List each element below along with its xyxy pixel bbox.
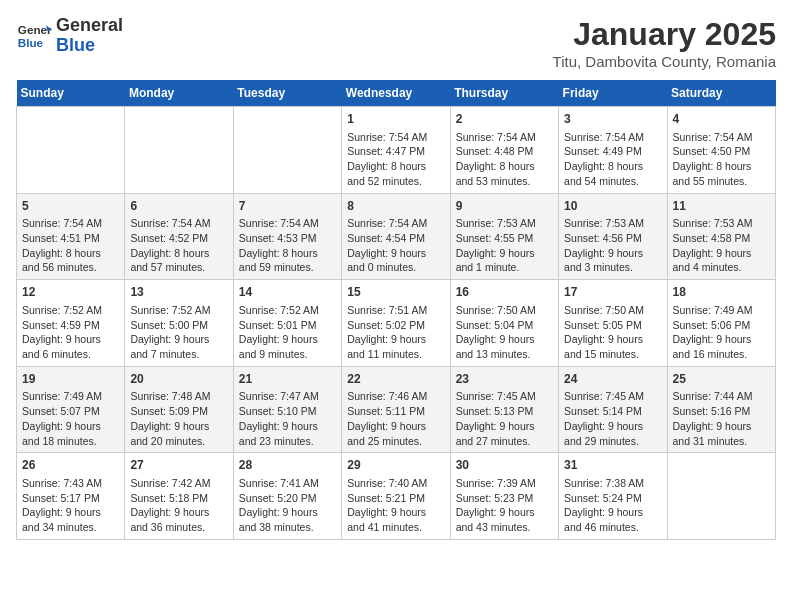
day-number: 2 (456, 111, 553, 128)
day-detail: Sunrise: 7:45 AM Sunset: 5:14 PM Dayligh… (564, 389, 661, 448)
day-number: 4 (673, 111, 770, 128)
calendar-week-row: 26Sunrise: 7:43 AM Sunset: 5:17 PM Dayli… (17, 453, 776, 540)
calendar-cell: 2Sunrise: 7:54 AM Sunset: 4:48 PM Daylig… (450, 107, 558, 194)
day-detail: Sunrise: 7:52 AM Sunset: 5:01 PM Dayligh… (239, 303, 336, 362)
day-number: 26 (22, 457, 119, 474)
day-detail: Sunrise: 7:53 AM Sunset: 4:55 PM Dayligh… (456, 216, 553, 275)
calendar-cell: 7Sunrise: 7:54 AM Sunset: 4:53 PM Daylig… (233, 193, 341, 280)
calendar-week-row: 12Sunrise: 7:52 AM Sunset: 4:59 PM Dayli… (17, 280, 776, 367)
day-detail: Sunrise: 7:46 AM Sunset: 5:11 PM Dayligh… (347, 389, 444, 448)
day-detail: Sunrise: 7:54 AM Sunset: 4:54 PM Dayligh… (347, 216, 444, 275)
day-number: 9 (456, 198, 553, 215)
calendar-subtitle: Titu, Dambovita County, Romania (553, 53, 776, 70)
day-number: 13 (130, 284, 227, 301)
day-detail: Sunrise: 7:47 AM Sunset: 5:10 PM Dayligh… (239, 389, 336, 448)
day-detail: Sunrise: 7:52 AM Sunset: 5:00 PM Dayligh… (130, 303, 227, 362)
col-saturday: Saturday (667, 80, 775, 107)
day-number: 3 (564, 111, 661, 128)
col-thursday: Thursday (450, 80, 558, 107)
day-detail: Sunrise: 7:49 AM Sunset: 5:07 PM Dayligh… (22, 389, 119, 448)
day-detail: Sunrise: 7:51 AM Sunset: 5:02 PM Dayligh… (347, 303, 444, 362)
day-number: 18 (673, 284, 770, 301)
calendar-cell: 3Sunrise: 7:54 AM Sunset: 4:49 PM Daylig… (559, 107, 667, 194)
calendar-cell (125, 107, 233, 194)
col-friday: Friday (559, 80, 667, 107)
calendar-cell: 4Sunrise: 7:54 AM Sunset: 4:50 PM Daylig… (667, 107, 775, 194)
day-number: 29 (347, 457, 444, 474)
calendar-table: Sunday Monday Tuesday Wednesday Thursday… (16, 80, 776, 540)
col-sunday: Sunday (17, 80, 125, 107)
calendar-cell: 29Sunrise: 7:40 AM Sunset: 5:21 PM Dayli… (342, 453, 450, 540)
calendar-cell: 28Sunrise: 7:41 AM Sunset: 5:20 PM Dayli… (233, 453, 341, 540)
calendar-cell: 27Sunrise: 7:42 AM Sunset: 5:18 PM Dayli… (125, 453, 233, 540)
day-detail: Sunrise: 7:50 AM Sunset: 5:05 PM Dayligh… (564, 303, 661, 362)
calendar-cell: 19Sunrise: 7:49 AM Sunset: 5:07 PM Dayli… (17, 366, 125, 453)
day-number: 31 (564, 457, 661, 474)
day-detail: Sunrise: 7:54 AM Sunset: 4:53 PM Dayligh… (239, 216, 336, 275)
day-detail: Sunrise: 7:54 AM Sunset: 4:48 PM Dayligh… (456, 130, 553, 189)
calendar-cell: 12Sunrise: 7:52 AM Sunset: 4:59 PM Dayli… (17, 280, 125, 367)
calendar-cell: 24Sunrise: 7:45 AM Sunset: 5:14 PM Dayli… (559, 366, 667, 453)
day-detail: Sunrise: 7:43 AM Sunset: 5:17 PM Dayligh… (22, 476, 119, 535)
calendar-cell: 11Sunrise: 7:53 AM Sunset: 4:58 PM Dayli… (667, 193, 775, 280)
day-number: 19 (22, 371, 119, 388)
calendar-week-row: 19Sunrise: 7:49 AM Sunset: 5:07 PM Dayli… (17, 366, 776, 453)
calendar-cell: 16Sunrise: 7:50 AM Sunset: 5:04 PM Dayli… (450, 280, 558, 367)
day-number: 21 (239, 371, 336, 388)
calendar-cell: 5Sunrise: 7:54 AM Sunset: 4:51 PM Daylig… (17, 193, 125, 280)
calendar-cell: 30Sunrise: 7:39 AM Sunset: 5:23 PM Dayli… (450, 453, 558, 540)
calendar-cell: 8Sunrise: 7:54 AM Sunset: 4:54 PM Daylig… (342, 193, 450, 280)
calendar-week-row: 1Sunrise: 7:54 AM Sunset: 4:47 PM Daylig… (17, 107, 776, 194)
calendar-body: 1Sunrise: 7:54 AM Sunset: 4:47 PM Daylig… (17, 107, 776, 540)
day-number: 30 (456, 457, 553, 474)
day-detail: Sunrise: 7:38 AM Sunset: 5:24 PM Dayligh… (564, 476, 661, 535)
day-number: 25 (673, 371, 770, 388)
calendar-cell: 31Sunrise: 7:38 AM Sunset: 5:24 PM Dayli… (559, 453, 667, 540)
day-detail: Sunrise: 7:52 AM Sunset: 4:59 PM Dayligh… (22, 303, 119, 362)
col-monday: Monday (125, 80, 233, 107)
day-detail: Sunrise: 7:49 AM Sunset: 5:06 PM Dayligh… (673, 303, 770, 362)
day-number: 16 (456, 284, 553, 301)
calendar-cell: 18Sunrise: 7:49 AM Sunset: 5:06 PM Dayli… (667, 280, 775, 367)
calendar-week-row: 5Sunrise: 7:54 AM Sunset: 4:51 PM Daylig… (17, 193, 776, 280)
day-number: 28 (239, 457, 336, 474)
logo-icon: General Blue (16, 18, 52, 54)
calendar-cell: 25Sunrise: 7:44 AM Sunset: 5:16 PM Dayli… (667, 366, 775, 453)
day-number: 6 (130, 198, 227, 215)
calendar-cell: 6Sunrise: 7:54 AM Sunset: 4:52 PM Daylig… (125, 193, 233, 280)
calendar-cell: 10Sunrise: 7:53 AM Sunset: 4:56 PM Dayli… (559, 193, 667, 280)
day-number: 15 (347, 284, 444, 301)
calendar-cell: 23Sunrise: 7:45 AM Sunset: 5:13 PM Dayli… (450, 366, 558, 453)
calendar-cell: 26Sunrise: 7:43 AM Sunset: 5:17 PM Dayli… (17, 453, 125, 540)
day-detail: Sunrise: 7:50 AM Sunset: 5:04 PM Dayligh… (456, 303, 553, 362)
day-detail: Sunrise: 7:54 AM Sunset: 4:51 PM Dayligh… (22, 216, 119, 275)
day-number: 24 (564, 371, 661, 388)
day-detail: Sunrise: 7:53 AM Sunset: 4:56 PM Dayligh… (564, 216, 661, 275)
calendar-cell (17, 107, 125, 194)
day-number: 14 (239, 284, 336, 301)
day-detail: Sunrise: 7:53 AM Sunset: 4:58 PM Dayligh… (673, 216, 770, 275)
day-detail: Sunrise: 7:54 AM Sunset: 4:49 PM Dayligh… (564, 130, 661, 189)
logo-general-text: General (56, 16, 123, 36)
calendar-cell: 20Sunrise: 7:48 AM Sunset: 5:09 PM Dayli… (125, 366, 233, 453)
day-detail: Sunrise: 7:41 AM Sunset: 5:20 PM Dayligh… (239, 476, 336, 535)
calendar-header: Sunday Monday Tuesday Wednesday Thursday… (17, 80, 776, 107)
day-number: 22 (347, 371, 444, 388)
day-detail: Sunrise: 7:45 AM Sunset: 5:13 PM Dayligh… (456, 389, 553, 448)
calendar-cell: 15Sunrise: 7:51 AM Sunset: 5:02 PM Dayli… (342, 280, 450, 367)
calendar-title: January 2025 (553, 16, 776, 53)
day-number: 1 (347, 111, 444, 128)
day-detail: Sunrise: 7:54 AM Sunset: 4:47 PM Dayligh… (347, 130, 444, 189)
days-header-row: Sunday Monday Tuesday Wednesday Thursday… (17, 80, 776, 107)
calendar-cell: 17Sunrise: 7:50 AM Sunset: 5:05 PM Dayli… (559, 280, 667, 367)
title-block: January 2025 Titu, Dambovita County, Rom… (553, 16, 776, 70)
day-number: 12 (22, 284, 119, 301)
col-tuesday: Tuesday (233, 80, 341, 107)
svg-text:Blue: Blue (18, 36, 44, 49)
logo: General Blue General Blue (16, 16, 123, 56)
col-wednesday: Wednesday (342, 80, 450, 107)
logo-blue-text: Blue (56, 36, 123, 56)
day-number: 8 (347, 198, 444, 215)
day-detail: Sunrise: 7:54 AM Sunset: 4:50 PM Dayligh… (673, 130, 770, 189)
day-detail: Sunrise: 7:54 AM Sunset: 4:52 PM Dayligh… (130, 216, 227, 275)
